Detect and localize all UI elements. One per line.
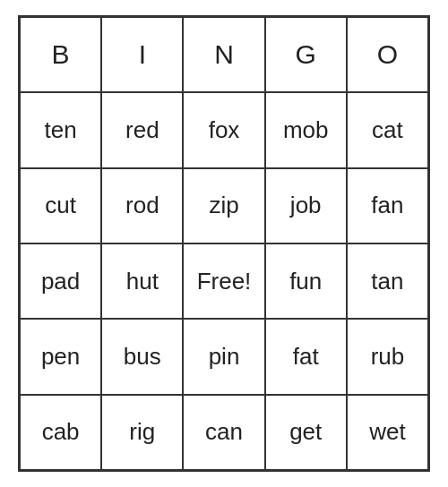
cell-5-1: cab (20, 395, 101, 470)
cell-1-4: mob (265, 92, 347, 167)
bingo-row-3: pad hut Free! fun tan (20, 244, 428, 319)
bingo-row-1: ten red fox mob cat (20, 92, 428, 167)
cell-2-4: job (265, 168, 347, 244)
cell-5-2: rig (101, 395, 183, 470)
cell-4-2: bus (101, 319, 183, 394)
cell-3-1: pad (20, 244, 101, 319)
cell-1-3: fox (183, 92, 264, 167)
bingo-row-2: cut rod zip job fan (20, 168, 428, 244)
cell-5-4: get (265, 395, 347, 470)
cell-2-2: rod (101, 168, 183, 244)
bingo-row-4: pen bus pin fat rub (20, 319, 428, 394)
cell-3-2: hut (101, 244, 183, 319)
bingo-card: B I N G O ten red fox mob cat cut rod zi… (18, 15, 430, 472)
cell-4-5: rub (347, 319, 428, 394)
bingo-header-row: B I N G O (20, 17, 428, 92)
cell-4-4: fat (265, 319, 347, 394)
header-b: B (20, 17, 101, 92)
header-n: N (183, 17, 264, 92)
cell-2-3: zip (183, 168, 264, 244)
cell-4-3: pin (183, 319, 264, 394)
cell-5-5: wet (347, 395, 428, 470)
header-g: G (265, 17, 347, 92)
cell-4-1: pen (20, 319, 101, 394)
cell-1-5: cat (347, 92, 428, 167)
cell-5-3: can (183, 395, 264, 470)
cell-3-4: fun (265, 244, 347, 319)
cell-3-3-free: Free! (183, 244, 264, 319)
cell-1-2: red (101, 92, 183, 167)
cell-2-1: cut (20, 168, 101, 244)
header-o: O (347, 17, 428, 92)
cell-1-1: ten (20, 92, 101, 167)
bingo-row-5: cab rig can get wet (20, 395, 428, 470)
cell-3-5: tan (347, 244, 428, 319)
header-i: I (101, 17, 183, 92)
cell-2-5: fan (347, 168, 428, 244)
